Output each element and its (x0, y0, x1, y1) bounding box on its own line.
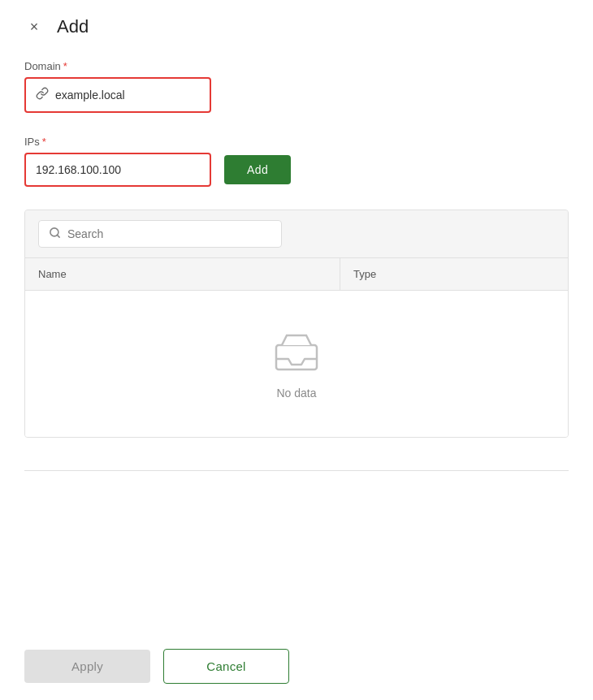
svg-rect-2 (276, 345, 317, 369)
table-header: Name Type (25, 258, 568, 291)
search-input[interactable] (67, 227, 271, 240)
footer-actions: Apply Cancel (24, 649, 569, 684)
domain-field-box (24, 77, 211, 113)
domain-field-section: Domain * (24, 60, 569, 113)
table-section: Name Type No data (24, 210, 569, 438)
ip-field-box (24, 153, 211, 187)
ip-field-section: IPs * Add (24, 136, 569, 187)
add-ip-button[interactable]: Add (224, 155, 291, 184)
svg-line-1 (57, 235, 59, 237)
footer-divider (24, 470, 569, 471)
search-bar (25, 210, 568, 258)
ip-label: IPs * (24, 136, 569, 148)
page-container: × Add Domain * IPs * Add (0, 0, 593, 700)
col-name-header: Name (25, 258, 340, 290)
page-title: Add (57, 16, 89, 37)
ip-row: Add (24, 153, 569, 187)
ip-input[interactable] (36, 163, 200, 176)
empty-state-icon (272, 329, 321, 377)
col-type-header: Type (340, 258, 568, 290)
search-icon (49, 227, 61, 241)
domain-label: Domain * (24, 60, 569, 72)
apply-button[interactable]: Apply (24, 650, 150, 683)
table-body: No data (25, 291, 568, 437)
cancel-button[interactable]: Cancel (163, 649, 289, 684)
domain-input[interactable] (55, 89, 200, 102)
search-wrapper (38, 220, 282, 248)
link-icon (36, 87, 49, 103)
empty-state-text: No data (276, 387, 316, 400)
header: × Add (24, 16, 569, 37)
close-icon[interactable]: × (24, 17, 44, 37)
